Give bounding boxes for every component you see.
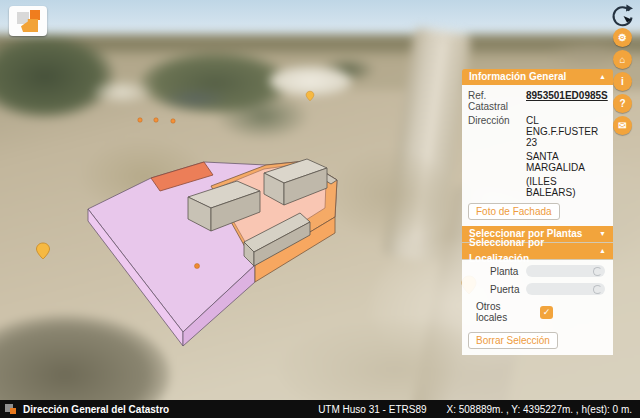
planta-select[interactable]	[526, 265, 605, 277]
section-title: Información General	[469, 69, 566, 85]
planta-label: Planta	[490, 266, 526, 277]
coordinates-readout: X: 508889m. , Y: 4395227m. , h(est): 0 m…	[447, 404, 632, 415]
side-toolbar: ⚙ ⌂ i ? ✉	[613, 28, 632, 135]
catastro-mini-logo-icon	[5, 403, 17, 415]
direccion-line1: CL ENG.F.FUSTER 23	[526, 115, 607, 148]
otros-locales-label: Otros locales	[476, 301, 526, 323]
logo-orange-square	[30, 10, 40, 20]
ref-catastral-value[interactable]: 8953501ED0985S	[526, 90, 608, 112]
agency-title: Dirección General del Catastro	[23, 404, 169, 415]
help-button[interactable]: ?	[613, 94, 632, 113]
chevron-down-icon[interactable]: ▼	[599, 226, 606, 242]
foto-fachada-button[interactable]: Foto de Fachada	[468, 203, 560, 220]
info-panel: Información General ▲ Ref. Catastral 895…	[462, 69, 613, 355]
catastro-logo-button[interactable]	[9, 6, 47, 36]
borrar-seleccion-button[interactable]: Borrar Selección	[468, 332, 558, 349]
info-icon: i	[621, 77, 624, 87]
puerta-select[interactable]	[526, 283, 605, 295]
otros-locales-checkbox[interactable]: ✓	[540, 306, 553, 319]
section-title: Seleccionar por Localización	[469, 235, 599, 267]
compass-reset-icon[interactable]	[608, 3, 634, 29]
puerta-label: Puerta	[490, 284, 526, 295]
direccion-line2: SANTA MARGALIDA	[526, 151, 607, 173]
home-icon: ⌂	[619, 55, 625, 65]
direccion-line3: (ILLES BALEARS)	[526, 176, 607, 198]
combo-spinner-icon	[593, 285, 602, 294]
localizacion-body: Planta Puerta Otros locales ✓ Borrar Sel…	[462, 260, 613, 355]
settings-icon: ⚙	[618, 33, 627, 43]
chevron-up-icon[interactable]: ▲	[599, 69, 606, 85]
direccion-label: Dirección	[468, 115, 526, 148]
status-bar: Dirección General del Catastro UTM Huso …	[0, 400, 640, 418]
help-icon: ?	[619, 99, 625, 109]
info-button[interactable]: i	[613, 72, 632, 91]
informacion-general-body: Ref. Catastral 8953501ED0985S Dirección …	[462, 85, 613, 226]
contact-button[interactable]: ✉	[613, 116, 632, 135]
settings-button[interactable]: ⚙	[613, 28, 632, 47]
chevron-up-icon[interactable]: ▲	[599, 243, 606, 259]
ref-catastral-label: Ref. Catastral	[468, 90, 526, 112]
combo-spinner-icon	[593, 267, 602, 276]
section-informacion-general[interactable]: Información General ▲	[462, 69, 613, 85]
check-icon: ✓	[543, 307, 551, 317]
section-seleccionar-localizacion[interactable]: Seleccionar por Localización ▲	[462, 243, 613, 259]
home-button[interactable]: ⌂	[613, 50, 632, 69]
crs-label: UTM Huso 31 - ETRS89	[318, 404, 426, 415]
contact-icon: ✉	[618, 121, 626, 131]
